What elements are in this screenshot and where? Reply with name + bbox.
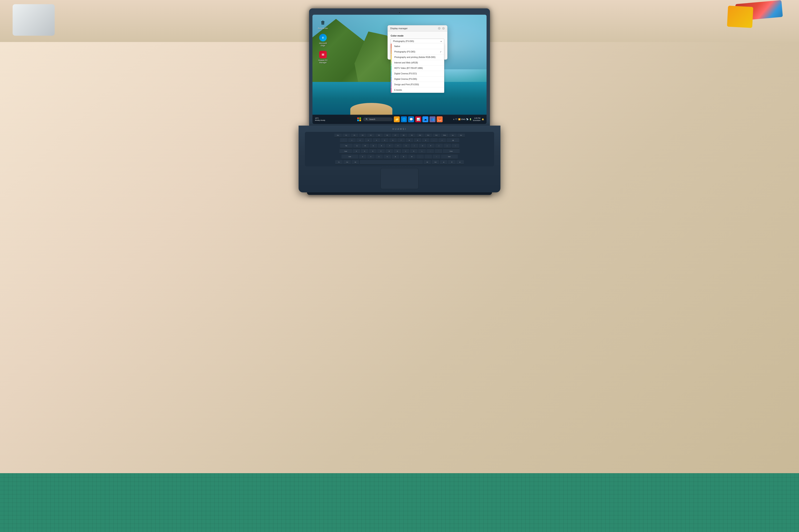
pillow-white xyxy=(13,4,55,36)
